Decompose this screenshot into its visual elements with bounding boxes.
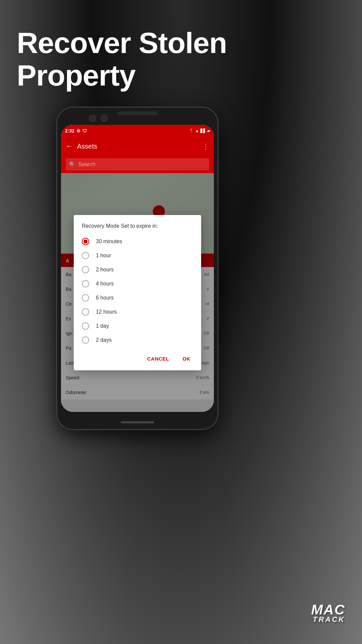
radio-2hr[interactable]	[82, 266, 89, 273]
app-bar: ← Assets ⋮	[61, 137, 214, 156]
mactrack-logo: MAC TRACK	[311, 602, 345, 624]
radio-6hr[interactable]	[82, 294, 89, 302]
option-1day[interactable]: 1 day	[76, 319, 198, 333]
option-30min[interactable]: 30 minutes	[76, 234, 198, 249]
label-30min: 30 minutes	[96, 238, 122, 245]
hero-title: Recover Stolen Property	[17, 27, 345, 92]
label-4hr: 4 hours	[96, 281, 114, 287]
option-2hr[interactable]: 2 hours	[76, 263, 198, 277]
gear-icon: ⚙	[76, 128, 80, 133]
status-left: 2:32 ⚙ 🛡	[65, 128, 87, 133]
label-6hr: 6 hours	[96, 295, 114, 301]
screen-content: 2:32 ⚙ 🛡 📍 ▲ ▋▋ ▰ ← Assets ⋮	[61, 125, 214, 412]
radio-inner-30min	[83, 239, 87, 244]
option-4hr[interactable]: 4 hours	[76, 277, 198, 291]
search-icon: 🔍	[69, 161, 76, 168]
radio-1hr[interactable]	[82, 252, 89, 259]
status-right: 📍 ▲ ▋▋ ▰	[189, 128, 210, 133]
camera-left	[89, 115, 96, 122]
radio-30min[interactable]	[82, 238, 89, 245]
signal-icon: ▋▋	[200, 129, 206, 133]
option-1hr[interactable]: 1 hour	[76, 249, 198, 263]
shield-icon: 🛡	[82, 128, 87, 133]
status-bar: 2:32 ⚙ 🛡 📍 ▲ ▋▋ ▰	[61, 125, 214, 137]
dialog-title: Recovery Mode Set to expire in:	[76, 223, 198, 234]
dialog-actions: CANCEL OK	[76, 347, 198, 368]
search-bar: 🔍 Search	[61, 156, 214, 173]
radio-12hr[interactable]	[82, 308, 89, 316]
wifi-icon: ▲	[195, 128, 199, 133]
option-12hr[interactable]: 12 hours	[76, 305, 198, 319]
app-bar-title: Assets	[77, 143, 198, 150]
label-1hr: 1 hour	[96, 253, 111, 259]
time-display: 2:32	[65, 128, 74, 133]
recovery-dialog: Recovery Mode Set to expire in: 30 minut…	[74, 215, 201, 370]
back-button[interactable]: ←	[66, 142, 73, 151]
location-icon: 📍	[189, 128, 194, 133]
radio-4hr[interactable]	[82, 280, 89, 287]
radio-2day[interactable]	[82, 336, 89, 344]
option-2day[interactable]: 2 days	[76, 333, 198, 347]
label-2day: 2 days	[96, 337, 112, 343]
phone-top-bar	[117, 111, 158, 115]
camera-right	[101, 115, 108, 122]
dialog-overlay: Recovery Mode Set to expire in: 30 minut…	[61, 173, 214, 412]
cancel-button[interactable]: CANCEL	[142, 353, 175, 365]
phone-screen: 2:32 ⚙ 🛡 📍 ▲ ▋▋ ▰ ← Assets ⋮	[61, 125, 214, 412]
label-2hr: 2 hours	[96, 267, 114, 273]
search-input-wrap[interactable]: 🔍 Search	[66, 158, 209, 170]
overflow-menu-button[interactable]: ⋮	[202, 142, 209, 150]
track-text: TRACK	[311, 615, 345, 624]
option-6hr[interactable]: 6 hours	[76, 291, 198, 305]
battery-icon: ▰	[207, 129, 210, 133]
label-1day: 1 day	[96, 323, 109, 329]
radio-1day[interactable]	[82, 322, 89, 330]
phone-home-bar	[121, 421, 154, 423]
phone-frame: 2:32 ⚙ 🛡 📍 ▲ ▋▋ ▰ ← Assets ⋮	[57, 107, 218, 429]
ok-button[interactable]: OK	[177, 353, 196, 365]
search-placeholder: Search	[78, 161, 96, 167]
content-area: A Ba ed Ba V Ce n	[61, 173, 214, 412]
label-12hr: 12 hours	[96, 309, 117, 315]
